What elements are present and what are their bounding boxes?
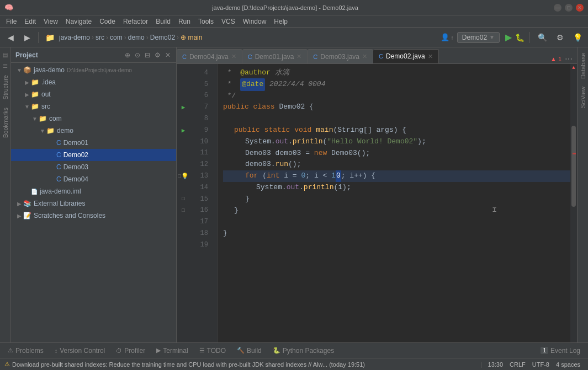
database-panel-label[interactable]: Database bbox=[579, 50, 587, 82]
tree-idea-folder[interactable]: ▶ 📁 .idea bbox=[11, 76, 176, 88]
sciview-panel-label[interactable]: SciView bbox=[579, 83, 587, 111]
panel-settings-button[interactable]: ⚙ bbox=[153, 50, 162, 60]
gutter-10 bbox=[178, 136, 189, 148]
tab-demo02-close[interactable]: ✕ bbox=[428, 53, 433, 60]
maximize-button[interactable]: □ bbox=[565, 4, 573, 12]
close-button[interactable]: ✕ bbox=[576, 4, 584, 12]
bottom-tab-eventlog[interactable]: 1 Event Log bbox=[535, 345, 586, 356]
menu-item-code[interactable]: Code bbox=[96, 17, 119, 26]
fold-gutter-15[interactable]: □ bbox=[182, 196, 184, 202]
menu-item-run[interactable]: Run bbox=[174, 17, 194, 26]
status-encoding[interactable]: UTF-8 bbox=[529, 361, 553, 368]
tree-demo04[interactable]: C Demo04 bbox=[11, 173, 176, 185]
tree-src-folder[interactable]: ▼ 📁 src bbox=[11, 100, 176, 112]
bookmarks-label[interactable]: Bookmarks bbox=[1, 104, 10, 141]
breadcrumb-demo[interactable]: demo bbox=[128, 34, 145, 41]
menu-item-refactor[interactable]: Refactor bbox=[119, 17, 152, 26]
debug-button[interactable]: 🐛 bbox=[515, 33, 525, 42]
menu-item-view[interactable]: View bbox=[40, 17, 62, 26]
menu-item-file[interactable]: File bbox=[2, 17, 20, 26]
collapse-all-button[interactable]: ⊟ bbox=[144, 50, 151, 60]
toolbar-back-button[interactable]: ◀ bbox=[3, 30, 18, 45]
menu-item-window[interactable]: Window bbox=[239, 17, 271, 26]
structure-label[interactable]: Structure bbox=[1, 72, 10, 103]
settings-button[interactable]: ⚙ bbox=[553, 30, 567, 45]
breadcrumb-class[interactable]: Demo02 bbox=[150, 34, 175, 41]
status-line-ending[interactable]: CRLF bbox=[506, 361, 529, 368]
menu-item-vcs[interactable]: VCS bbox=[218, 17, 239, 26]
tab-demo04-icon: C bbox=[182, 53, 187, 60]
notifications-button[interactable]: 💡 bbox=[570, 30, 585, 45]
status-position[interactable]: 13:30 bbox=[485, 361, 507, 368]
run-config-dropdown[interactable]: Demo02 ▼ bbox=[457, 32, 500, 43]
gutter-9[interactable]: ▶ bbox=[178, 125, 189, 136]
bottom-tab-terminal[interactable]: ▶ Terminal bbox=[151, 345, 193, 356]
app-icon: 🧠 bbox=[4, 3, 13, 12]
tree-ext-libs[interactable]: ▶ 📚 External Libraries bbox=[11, 197, 176, 210]
breadcrumb-com[interactable]: com bbox=[110, 34, 123, 41]
iml-icon: 📄 bbox=[31, 189, 38, 195]
bottom-tab-vcs[interactable]: ↕ Version Control bbox=[49, 345, 111, 356]
code-editor[interactable]: ▶ ▶ □ 💡 □ □ 4 5 6 bbox=[177, 64, 577, 342]
tree-com-folder[interactable]: ▼ 📁 com bbox=[11, 112, 176, 125]
code-line-5: * @date 2022/4/4 0004 bbox=[223, 79, 570, 90]
editor-scrollbar[interactable] bbox=[571, 72, 576, 342]
bottom-tab-python[interactable]: 🐍 Python Packages bbox=[267, 345, 340, 356]
locate-file-button[interactable]: ⊙ bbox=[134, 50, 141, 60]
add-content-button[interactable]: ⊕ bbox=[124, 50, 131, 60]
menu-item-edit[interactable]: Edit bbox=[20, 17, 40, 26]
demo02-label: Demo02 bbox=[63, 151, 88, 159]
bottom-tab-build[interactable]: 🔨 Build bbox=[231, 345, 267, 356]
menu-item-tools[interactable]: Tools bbox=[194, 17, 218, 26]
status-indent[interactable]: 4 spaces bbox=[553, 361, 584, 368]
menu-item-help[interactable]: Help bbox=[270, 17, 292, 26]
window-title: java-demo [D:\IdeaProjects\java-demo] - … bbox=[17, 4, 554, 11]
tree-iml[interactable]: 📄 java-demo.iml bbox=[11, 185, 176, 197]
editor-gutter: ▶ ▶ □ 💡 □ □ bbox=[177, 64, 190, 342]
tree-demo03[interactable]: C Demo03 bbox=[11, 161, 176, 173]
run-button[interactable]: ▶ bbox=[505, 32, 512, 42]
tab-demo03-close[interactable]: ✕ bbox=[362, 53, 367, 60]
tab-demo02[interactable]: C Demo02.java ✕ bbox=[373, 49, 439, 63]
tree-root[interactable]: ▼ 📦 java-demo D:\IdeaProjects\java-demo bbox=[11, 64, 176, 76]
tree-demo01[interactable]: C Demo01 bbox=[11, 137, 176, 149]
run-gutter-9[interactable]: ▶ bbox=[182, 127, 186, 134]
breadcrumb-method[interactable]: ⊕ main bbox=[181, 34, 202, 41]
tree-demo02[interactable]: C Demo02 bbox=[11, 149, 176, 161]
code-area[interactable]: * @author 水滴 * @date 2022/4/4 0004 */ pu… bbox=[218, 64, 570, 342]
left-icon-2[interactable]: ☰ bbox=[1, 61, 10, 71]
tab-overflow-button[interactable]: ⋯ bbox=[565, 55, 573, 63]
search-everywhere-button[interactable]: 🔍 bbox=[535, 30, 549, 45]
code-line-12: demo03.run(); bbox=[223, 159, 570, 170]
bottom-tab-profiler[interactable]: ⏱ Profiler bbox=[110, 345, 151, 356]
menu-item-navigate[interactable]: Navigate bbox=[62, 17, 96, 26]
toolbar-forward-button[interactable]: ▶ bbox=[20, 30, 34, 45]
minimize-button[interactable]: — bbox=[554, 4, 561, 12]
bottom-tab-todo[interactable]: ☰ TODO bbox=[194, 345, 231, 356]
lightbulb-13[interactable]: 💡 bbox=[181, 173, 189, 180]
tab-demo01-close[interactable]: ✕ bbox=[296, 53, 301, 60]
tree-demo-folder[interactable]: ▼ 📁 demo bbox=[11, 125, 176, 137]
menu-item-build[interactable]: Build bbox=[152, 17, 174, 26]
scratches-label: Scratches and Consoles bbox=[34, 212, 105, 219]
tree-out-folder[interactable]: ▶ 📁 out bbox=[11, 88, 176, 100]
tree-scratches[interactable]: ▶ 📝 Scratches and Consoles bbox=[11, 210, 176, 222]
breadcrumb-src[interactable]: src bbox=[96, 34, 104, 41]
code-line-17 bbox=[223, 216, 570, 228]
left-icon-1[interactable]: ▤ bbox=[1, 50, 10, 60]
tab-demo04-close[interactable]: ✕ bbox=[231, 53, 236, 60]
event-log-label: Event Log bbox=[550, 347, 580, 355]
bottom-tab-problems[interactable]: ⚠ Problems bbox=[2, 345, 49, 356]
toolbar-project-button[interactable]: 📁 bbox=[43, 30, 57, 45]
demo01-java-icon: C bbox=[56, 139, 61, 147]
run-gutter-7[interactable]: ▶ bbox=[182, 104, 186, 111]
hide-panel-button[interactable]: ✕ bbox=[164, 50, 172, 60]
code-line-13: for (int i = 0; i < 10; i++) { bbox=[223, 170, 570, 182]
gutter-7[interactable]: ▶ bbox=[178, 101, 189, 113]
file-tree: ▼ 📦 java-demo D:\IdeaProjects\java-demo … bbox=[11, 63, 176, 342]
tab-demo04[interactable]: C Demo04.java ✕ bbox=[177, 49, 242, 63]
fold-gutter-16[interactable]: □ bbox=[182, 208, 184, 213]
breadcrumb-project[interactable]: java-demo bbox=[59, 34, 90, 41]
tab-demo03[interactable]: C Demo03.java ✕ bbox=[308, 49, 373, 63]
tab-demo01[interactable]: C Demo01.java ✕ bbox=[242, 49, 308, 63]
